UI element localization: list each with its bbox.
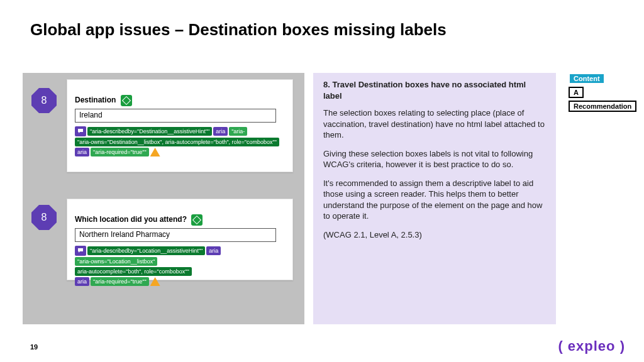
tag-stack: Content A Recommendation — [569, 73, 638, 114]
example-card-destination: Destination Ireland "aria-describedby="D… — [67, 79, 293, 172]
warning-icon — [150, 148, 160, 156]
aria-chip: "aria-required="true"" — [91, 277, 149, 286]
tag-level: A — [569, 87, 584, 98]
aria-chip: "aria-describedby="Location__assistiveHi… — [87, 246, 205, 255]
aria-chip: "aria-required="true"" — [91, 148, 149, 156]
issue-reference: (WCAG 2.1, Level A, 2.5.3) — [323, 229, 546, 241]
screenshot-panel: 8 Destination Ireland "aria-describedby=… — [23, 73, 304, 324]
aria-chip: "aria-describedby="Destination__assistiv… — [87, 127, 212, 136]
aria-attributes-row: "aria-owns="Destination__listbox", aria-… — [75, 138, 287, 146]
warning-icon — [150, 277, 160, 286]
logo-text: expleo — [568, 338, 616, 354]
page-number: 19 — [30, 343, 38, 351]
tag-content: Content — [569, 73, 605, 84]
aria-badge: aria — [213, 127, 228, 136]
speech-icon — [75, 246, 86, 256]
field-label: Which location did you attend? — [75, 214, 287, 226]
field-label-text: Destination — [75, 96, 116, 104]
issue-marker-1: 8 — [31, 88, 57, 113]
expleo-logo: ( expleo ) — [558, 338, 625, 354]
aria-badge: aria — [75, 277, 89, 286]
aria-chip: "aria-owns="Location__listbox" — [75, 257, 157, 266]
issue-heading: 8. Travel Destination boxes have no asso… — [323, 79, 546, 101]
aria-attributes-row: "aria-describedby="Location__assistiveHi… — [75, 246, 287, 266]
issue-paragraph: Giving these selection boxes labels is n… — [323, 148, 546, 170]
aria-chip: aria-autocomplete="both", role="combobox… — [75, 267, 192, 276]
issue-paragraph: It's recommended to assign them a descri… — [323, 178, 546, 222]
aria-attributes-row: "aria-describedby="Destination__assistiv… — [75, 126, 287, 136]
description-panel: 8. Travel Destination boxes have no asso… — [313, 73, 556, 324]
aria-chip: "aria-owns="Destination__listbox", aria-… — [75, 138, 279, 146]
field-label: Destination — [75, 95, 287, 106]
aria-attributes-row: aria-autocomplete="both", role="combobox… — [75, 267, 287, 276]
tag-icon — [191, 214, 203, 226]
aria-badge: aria — [206, 246, 221, 255]
aria-attributes-row: aria "aria-required="true"" — [75, 148, 287, 156]
issue-marker-2: 8 — [31, 205, 57, 230]
aria-badge: aria — [75, 148, 89, 156]
location-input[interactable]: Northern Ireland Pharmacy — [75, 228, 276, 242]
tag-icon — [121, 95, 132, 106]
tag-recommendation: Recommendation — [569, 101, 636, 112]
aria-chip: "aria- — [229, 127, 247, 136]
example-card-location: Which location did you attend? Northern … — [67, 199, 293, 280]
field-label-text: Which location did you attend? — [75, 215, 187, 224]
issue-paragraph: The selection boxes relating to selectin… — [323, 107, 546, 141]
aria-attributes-row: aria "aria-required="true"" — [75, 277, 287, 286]
speech-icon — [75, 126, 86, 136]
slide-title: Global app issues – Destination boxes mi… — [30, 20, 596, 40]
destination-input[interactable]: Ireland — [75, 109, 276, 123]
